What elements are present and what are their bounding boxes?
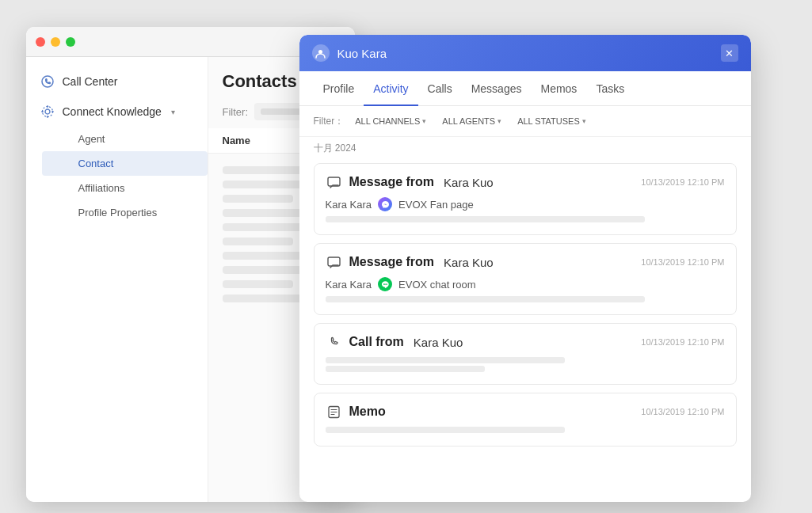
activity-list: Message from Kara Kuo 10/13/2019 12:10 P… <box>299 160 751 502</box>
maximize-button[interactable] <box>66 37 75 47</box>
tab-tasks[interactable]: Tasks <box>586 71 634 106</box>
filter-statuses-button[interactable]: ALL STATUSES ▾ <box>513 114 591 128</box>
card-skeleton <box>326 216 645 222</box>
chevron-down-icon: ▾ <box>582 117 586 125</box>
svg-point-5 <box>46 116 48 117</box>
sidebar-subitem-profile-properties[interactable]: Profile Properties <box>42 200 208 225</box>
card-type-label: Call from <box>349 335 404 349</box>
chevron-down-icon: ▾ <box>497 117 501 125</box>
svg-point-3 <box>46 105 48 107</box>
filter-label: Filter： <box>314 115 345 128</box>
activity-card-msg2[interactable]: Message from Kara Kuo 10/13/2019 12:10 P… <box>314 243 737 315</box>
modal-close-button[interactable]: ✕ <box>721 44 738 62</box>
card-header-row: Memo 10/13/2019 12:10 PM <box>326 403 725 420</box>
svg-point-1 <box>45 109 50 114</box>
modal-header: Kuo Kara ✕ <box>299 35 751 71</box>
sidebar-subitem-contact[interactable]: Contact <box>42 151 208 176</box>
card-contact-name: Kara Kuo <box>414 336 463 349</box>
tab-memos[interactable]: Memos <box>531 71 586 106</box>
filter-agents-button[interactable]: ALL AGENTS ▾ <box>437 114 506 128</box>
skeleton-row <box>223 238 293 245</box>
line-icon <box>378 277 392 291</box>
chevron-down-icon: ▾ <box>422 117 426 125</box>
sidebar-item-call-center[interactable]: Call Center <box>26 66 208 97</box>
filter-channels-button[interactable]: ALL CHANNELS ▾ <box>350 114 431 128</box>
connect-knowledge-icon <box>40 104 55 119</box>
card-timestamp: 10/13/2019 12:10 PM <box>641 257 724 267</box>
skeleton-row <box>223 280 293 288</box>
sidebar: Call Center Connect Knowl <box>26 57 208 502</box>
card-timestamp: 10/13/2019 12:10 PM <box>641 407 724 416</box>
channel-label: EVOX Fan page <box>398 199 474 211</box>
column-name: Name <box>223 135 286 146</box>
call-center-icon <box>40 74 55 89</box>
card-detail-row: Kara Kara EVOX chat room <box>326 277 725 291</box>
card-timestamp: 10/13/2019 12:10 PM <box>641 337 724 347</box>
card-agent-name: Kara Kara <box>326 279 372 291</box>
call-icon <box>326 333 343 351</box>
tab-messages[interactable]: Messages <box>462 71 532 106</box>
activity-card-msg1[interactable]: Message from Kara Kuo 10/13/2019 12:10 P… <box>314 163 737 235</box>
tab-activity[interactable]: Activity <box>364 71 417 106</box>
svg-point-0 <box>42 76 53 87</box>
tab-calls[interactable]: Calls <box>418 71 462 106</box>
card-header-row: Call from Kara Kuo 10/13/2019 12:10 PM <box>326 333 725 351</box>
card-skeleton <box>326 296 645 302</box>
modal-filter-row: Filter： ALL CHANNELS ▾ ALL AGENTS ▾ ALL … <box>299 106 751 137</box>
card-skeleton <box>326 427 565 433</box>
card-type-label: Message from <box>349 255 435 269</box>
call-center-label: Call Center <box>63 75 118 88</box>
card-header-row: Message from Kara Kuo 10/13/2019 12:10 P… <box>326 173 725 191</box>
svg-point-2 <box>42 107 52 117</box>
filter-label: Filter: <box>223 106 249 118</box>
activity-card-memo1[interactable]: Memo 10/13/2019 12:10 PM <box>314 393 737 446</box>
card-detail-row: Kara Kara <box>326 197 725 211</box>
modal-contact-icon <box>312 44 330 62</box>
connect-knowledge-label: Connect Knowledge <box>63 105 162 118</box>
message-icon <box>326 173 343 191</box>
card-type-label: Message from <box>349 175 435 189</box>
memo-icon <box>326 403 343 420</box>
svg-point-4 <box>51 111 53 112</box>
tab-profile[interactable]: Profile <box>314 71 364 106</box>
sidebar-item-connect-knowledge[interactable]: Connect Knowledge ▾ <box>26 97 208 127</box>
close-button[interactable] <box>36 37 45 47</box>
skeleton-row <box>223 195 293 203</box>
modal-title: Kuo Kara <box>337 47 713 60</box>
card-type-label: Memo <box>349 405 386 419</box>
svg-point-6 <box>41 111 43 112</box>
card-timestamp: 10/13/2019 12:10 PM <box>641 177 724 187</box>
sidebar-submenu: Agent Contact Affiliations Profile Prope… <box>26 127 208 225</box>
sidebar-subitem-affiliations[interactable]: Affiliations <box>42 176 208 200</box>
card-skeleton <box>326 357 565 363</box>
card-skeleton <box>326 366 486 372</box>
activity-card-call1[interactable]: Call from Kara Kuo 10/13/2019 12:10 PM <box>314 323 737 385</box>
card-header-row: Message from Kara Kuo 10/13/2019 12:10 P… <box>326 253 725 271</box>
modal-window: Kuo Kara ✕ Profile Activity Calls Messag… <box>299 35 751 502</box>
month-label: 十月 2024 <box>299 137 751 160</box>
messenger-icon <box>378 197 392 211</box>
minimize-button[interactable] <box>51 37 60 47</box>
modal-tabs: Profile Activity Calls Messages Memos Ta… <box>299 71 751 106</box>
connect-knowledge-chevron: ▾ <box>171 108 175 116</box>
sidebar-subitem-agent[interactable]: Agent <box>42 127 208 151</box>
card-agent-name: Kara Kara <box>326 199 372 211</box>
card-contact-name: Kara Kuo <box>444 176 494 189</box>
channel-label: EVOX chat room <box>398 279 476 291</box>
message-icon <box>326 253 343 271</box>
card-contact-name: Kara Kuo <box>444 256 494 269</box>
